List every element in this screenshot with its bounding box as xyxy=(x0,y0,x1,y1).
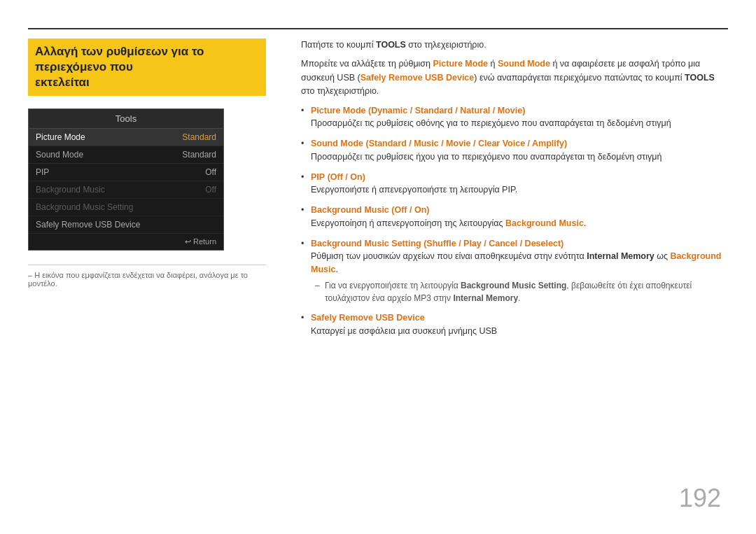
intro-line2: Μπορείτε να αλλάξετε τη ρύθμιση Picture … xyxy=(301,57,728,98)
menu-item-bgms-label: Background Music Setting xyxy=(36,202,133,212)
menu-item-picture-mode-value: Standard xyxy=(182,132,216,142)
menu-item-bgms: Background Music Setting xyxy=(29,199,223,216)
menu-item-picture-mode[interactable]: Picture Mode Standard xyxy=(29,129,223,146)
left-panel: Αλλαγή των ρυθμίσεων για το περιεχόμενο … xyxy=(28,38,266,288)
menu-item-usb[interactable]: Safely Remove USB Device xyxy=(29,216,223,234)
footnote: – Η εικόνα που εμφανίζεται ενδέχεται να … xyxy=(28,265,266,288)
right-panel: Πατήστε το κουμπί TOOLS στο τηλεχειριστή… xyxy=(301,38,728,344)
page-number: 192 xyxy=(679,484,721,513)
bullet-list: Picture Mode (Dynamic / Standard / Natur… xyxy=(301,104,728,338)
menu-item-bgm-value: Off xyxy=(205,185,216,195)
menu-header: Tools xyxy=(29,109,223,129)
bullet-bgm: Background Music (Off / On) Ενεργοποίηση… xyxy=(301,204,728,230)
menu-item-usb-label: Safely Remove USB Device xyxy=(36,220,140,230)
menu-item-pip-label: PIP xyxy=(36,167,49,177)
top-divider xyxy=(28,28,728,29)
menu-item-pip[interactable]: PIP Off xyxy=(29,164,223,181)
intro-line1: Πατήστε το κουμπί TOOLS στο τηλεχειριστή… xyxy=(301,38,728,52)
menu-item-bgm-label: Background Music xyxy=(36,185,105,195)
bullet-picture-mode: Picture Mode (Dynamic / Standard / Natur… xyxy=(301,104,728,131)
menu-item-picture-mode-label: Picture Mode xyxy=(36,132,85,142)
menu-item-sound-mode-label: Sound Mode xyxy=(36,150,83,160)
menu-item-sound-mode-value: Standard xyxy=(182,150,216,160)
page-title: Αλλαγή των ρυθμίσεων για το περιεχόμενο … xyxy=(35,44,259,90)
bullet-usb: Safely Remove USB Device Καταργεί με ασφ… xyxy=(301,311,728,338)
title-box: Αλλαγή των ρυθμίσεων για το περιεχόμενο … xyxy=(28,38,266,96)
menu-item-pip-value: Off xyxy=(205,167,216,177)
menu-item-bgm: Background Music Off xyxy=(29,181,223,199)
bullet-pip: PIP (Off / On) Ενεργοποιήστε ή απενεργοπ… xyxy=(301,171,728,197)
menu-return[interactable]: ↩ Return xyxy=(29,234,223,250)
bullet-sound-mode: Sound Mode (Standard / Music / Movie / C… xyxy=(301,137,728,164)
bullet-bgms: Background Music Setting (Shuffle / Play… xyxy=(301,237,728,304)
tools-menu: Tools Picture Mode Standard Sound Mode S… xyxy=(28,108,224,251)
menu-item-sound-mode[interactable]: Sound Mode Standard xyxy=(29,146,223,164)
bgms-sub-note: Για να ενεργοποιήσετε τη λειτουργία Back… xyxy=(311,279,728,304)
